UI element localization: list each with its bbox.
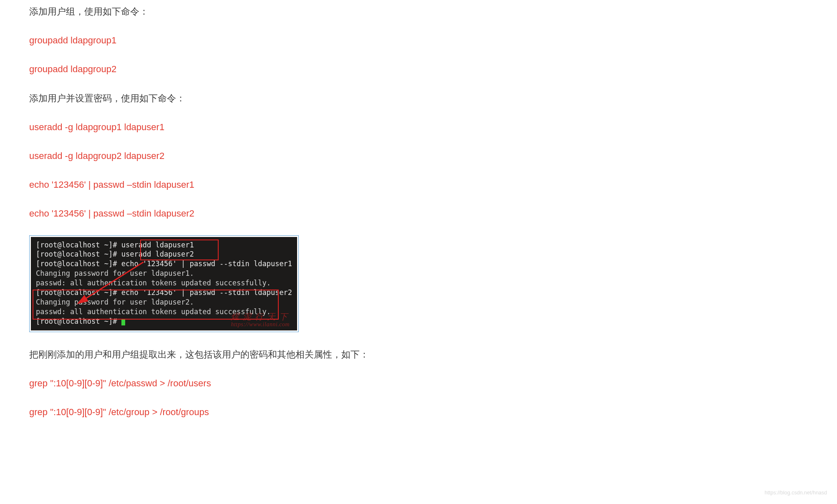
terminal-line: [root@localhost ~]# useradd ldapuser1 xyxy=(36,240,292,250)
paragraph-add-user: 添加用户并设置密码，使用如下命令： xyxy=(29,91,613,106)
terminal-screenshot: [root@localhost ~]# useradd ldapuser1 [r… xyxy=(29,235,299,332)
terminal-line: passwd: all authentication tokens update… xyxy=(36,307,292,317)
command-useradd-2: useradd -g ldapgroup2 ldapuser2 xyxy=(29,149,613,163)
command-passwd-2: echo '123456' | passwd –stdin ldapuser2 xyxy=(29,206,613,221)
terminal-line: Changing password for user ldapuser1. xyxy=(36,269,292,278)
paragraph-extract: 把刚刚添加的用户和用户组提取出来，这包括该用户的密码和其他相关属性，如下： xyxy=(29,347,613,362)
cursor-icon xyxy=(121,319,125,325)
terminal-line: [root@localhost ~]# echo '123456' | pass… xyxy=(36,259,292,269)
command-grep-groups: grep ":10[0-9][0-9]" /etc/group > /root/… xyxy=(29,405,613,419)
command-groupadd-2: groupadd ldapgroup2 xyxy=(29,62,613,76)
paragraph-add-group: 添加用户组，使用如下命令： xyxy=(29,4,613,19)
terminal-content: [root@localhost ~]# useradd ldapuser1 [r… xyxy=(31,237,297,330)
terminal-line: Changing password for user ldapuser2. xyxy=(36,297,292,307)
command-grep-users: grep ":10[0-9][0-9]" /etc/passwd > /root… xyxy=(29,376,613,391)
command-useradd-1: useradd -g ldapgroup1 ldapuser1 xyxy=(29,120,613,134)
terminal-line: passwd: all authentication tokens update… xyxy=(36,278,292,288)
terminal-line: [root@localhost ~]# useradd ldapuser2 xyxy=(36,249,292,259)
article-body: 添加用户组，使用如下命令： groupadd ldapgroup1 groupa… xyxy=(0,0,643,420)
command-groupadd-1: groupadd ldapgroup1 xyxy=(29,33,613,48)
command-passwd-1: echo '123456' | passwd –stdin ldapuser1 xyxy=(29,177,613,192)
terminal-line: [root@localhost ~]# xyxy=(36,317,292,326)
terminal-line: [root@localhost ~]# echo '123456' | pass… xyxy=(36,288,292,297)
